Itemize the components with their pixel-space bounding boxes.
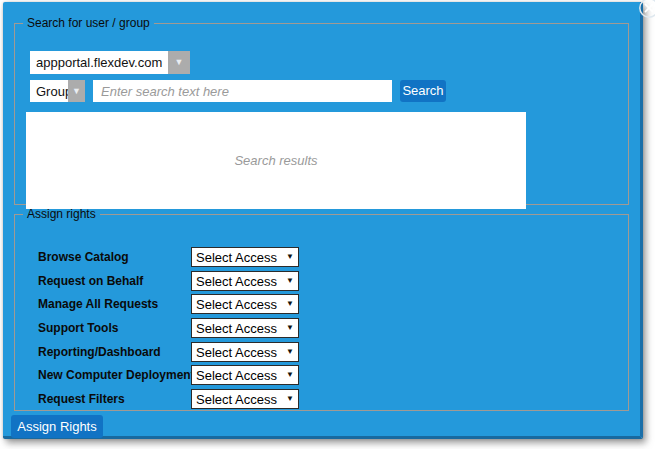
search-input[interactable] bbox=[93, 80, 392, 102]
chevron-down-icon: ▼ bbox=[175, 58, 184, 67]
access-select-browse-catalog[interactable]: Select Access bbox=[191, 247, 299, 267]
access-select-wrap: Select Access ▼ bbox=[191, 342, 299, 362]
rights-row-new-computer-deployment: New Computer Deployment Select Access ▼ bbox=[15, 365, 628, 385]
search-type-dropdown-value: Group bbox=[30, 80, 68, 102]
rights-row-manage-all-requests: Manage All Requests Select Access ▼ bbox=[15, 294, 628, 314]
search-type-dropdown-button[interactable]: ▼ bbox=[68, 80, 85, 102]
rights-row-request-on-behalf: Request on Behalf Select Access ▼ bbox=[15, 271, 628, 291]
search-results-panel[interactable]: Search results bbox=[26, 112, 526, 209]
domain-dropdown-button[interactable]: ▼ bbox=[168, 51, 190, 74]
access-select-manage-all-requests[interactable]: Select Access bbox=[191, 294, 299, 314]
assign-rights-group-box: Assign rights Browse Catalog Select Acce… bbox=[14, 207, 629, 411]
rights-row-support-tools: Support Tools Select Access ▼ bbox=[15, 318, 628, 338]
access-select-reporting-dashboard[interactable]: Select Access bbox=[191, 342, 299, 362]
rights-label: Manage All Requests bbox=[38, 294, 158, 314]
rights-label: Request on Behalf bbox=[38, 271, 143, 291]
domain-dropdown-value: appportal.flexdev.com bbox=[30, 51, 168, 74]
search-group-box: Search for user / group appportal.flexde… bbox=[14, 16, 629, 205]
rights-label: Reporting/Dashboard bbox=[38, 342, 161, 362]
assign-rights-legend: Assign rights bbox=[23, 207, 100, 221]
access-select-wrap: Select Access ▼ bbox=[191, 318, 299, 338]
search-group-legend: Search for user / group bbox=[23, 16, 154, 30]
access-select-wrap: Select Access ▼ bbox=[191, 389, 299, 409]
chevron-down-icon: ▼ bbox=[72, 87, 81, 96]
access-select-new-computer-deployment[interactable]: Select Access bbox=[191, 365, 299, 385]
rights-label: New Computer Deployment bbox=[38, 365, 195, 385]
search-results-placeholder: Search results bbox=[234, 153, 317, 168]
rights-row-request-filters: Request Filters Select Access ▼ bbox=[15, 389, 628, 409]
access-select-wrap: Select Access ▼ bbox=[191, 365, 299, 385]
access-select-request-on-behalf[interactable]: Select Access bbox=[191, 271, 299, 291]
search-button[interactable]: Search bbox=[400, 80, 446, 102]
access-select-request-filters[interactable]: Select Access bbox=[191, 389, 299, 409]
rights-row-browse-catalog: Browse Catalog Select Access ▼ bbox=[15, 247, 628, 267]
access-select-wrap: Select Access ▼ bbox=[191, 271, 299, 291]
rights-label: Request Filters bbox=[38, 389, 125, 409]
rights-label: Browse Catalog bbox=[38, 247, 129, 267]
domain-dropdown[interactable]: appportal.flexdev.com ▼ bbox=[30, 51, 190, 74]
access-select-wrap: Select Access ▼ bbox=[191, 294, 299, 314]
rights-label: Support Tools bbox=[38, 318, 118, 338]
access-select-wrap: Select Access ▼ bbox=[191, 247, 299, 267]
assign-rights-dialog: Search for user / group appportal.flexde… bbox=[3, 2, 643, 439]
rights-row-reporting-dashboard: Reporting/Dashboard Select Access ▼ bbox=[15, 342, 628, 362]
search-type-dropdown[interactable]: Group ▼ bbox=[30, 80, 85, 102]
assign-rights-button[interactable]: Assign Rights bbox=[11, 415, 103, 438]
access-select-support-tools[interactable]: Select Access bbox=[191, 318, 299, 338]
close-icon[interactable] bbox=[638, 0, 655, 19]
